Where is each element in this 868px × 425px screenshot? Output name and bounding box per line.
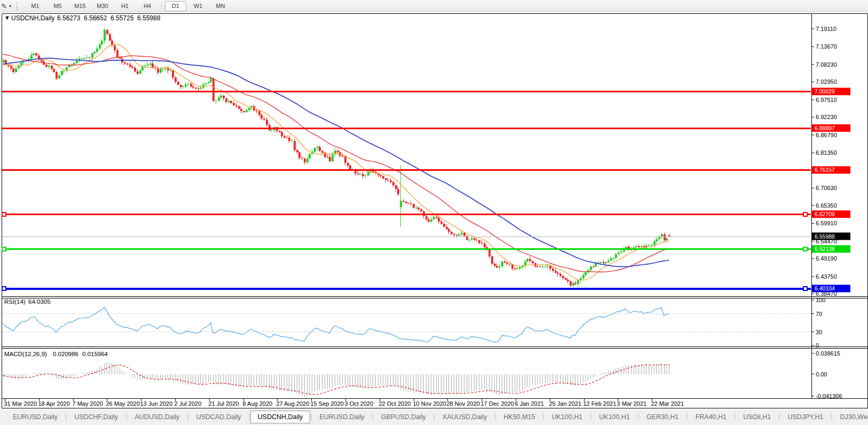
ohlc-low-value: 6.55725	[111, 14, 134, 22]
hline-handle[interactable]	[803, 212, 807, 216]
symbol-tab-eurusd-5[interactable]: EURUSD,Daily	[312, 411, 372, 423]
date-axis-label: 28 Nov 2020	[447, 400, 480, 407]
symbol-tab-hk50-8[interactable]: HK50,M15	[496, 411, 542, 423]
price-axis-tick: 6.70630	[816, 185, 837, 191]
date-axis-label: 31 Mar 2020	[4, 400, 37, 407]
hline-price-label: 6.40104	[815, 285, 835, 292]
symbol-tab-gbpusd-6[interactable]: GBPUSD,Daily	[374, 411, 433, 423]
hline-price-label: 6.88897	[815, 125, 835, 131]
collapse-arrow-icon[interactable]: ▼	[4, 14, 10, 21]
date-axis-label: 2 Jul 2020	[175, 400, 202, 407]
rsi-axis-tick: 70	[816, 311, 822, 317]
hline-handle[interactable]	[803, 247, 807, 251]
rsi-indicator-label: RSI(14)	[4, 298, 26, 305]
date-axis-label: 6 Jan 2021	[515, 400, 544, 407]
symbol-tab-xauusd-7[interactable]: XAUUSD,Daily	[435, 411, 494, 423]
price-axis-tick: 6.65350	[816, 202, 837, 209]
symbol-tab-uk100-10[interactable]: UK100,H1	[591, 411, 637, 423]
price-axis-tick: 6.81350	[816, 149, 837, 156]
date-axis-label: 3 Oct 2020	[345, 400, 374, 407]
hline-price-label: 7.00029	[815, 88, 835, 95]
main-price-panel	[2, 14, 811, 296]
date-axis-label: 8 Aug 2020	[243, 400, 273, 407]
date-axis-label: 21 Jul 2020	[209, 400, 239, 407]
symbol-tabs: EURUSD,Daily|USDCHF,Daily|AUDUSD,Daily|U…	[5, 409, 868, 423]
price-axis-tick: 7.08230	[816, 61, 837, 68]
rsi-indicator-value: 64.0305	[28, 298, 51, 305]
date-axis-label: 10 Nov 2020	[413, 400, 446, 407]
date-axis-label: 13 Jun 2020	[140, 400, 173, 407]
price-axis[interactable]: 7.191107.136707.082307.029506.975106.922…	[811, 14, 868, 399]
macd-signal-line	[3, 365, 669, 395]
date-axis-label: 22 Oct 2020	[379, 400, 411, 407]
ohlc-close-value: 6.55988	[137, 14, 161, 22]
ohlc-open-value: 6.56273	[57, 14, 81, 22]
chart-symbol-label: USDCNH,Daily	[11, 14, 54, 22]
date-axis-label: 27 Aug 2020	[277, 400, 310, 407]
symbol-tab-ger30-11[interactable]: GER30,H1	[639, 411, 686, 423]
macd-indicator-value: 0.020986	[53, 351, 78, 357]
symbol-tab-usdcad-3[interactable]: USDCAD,Daily	[188, 411, 248, 423]
ohlc-high-value: 6.56652	[84, 14, 107, 22]
date-axis-label: 3 Mar 2021	[617, 400, 647, 407]
price-axis-tick: 6.92230	[816, 114, 837, 120]
price-axis-tick: 6.86790	[816, 132, 837, 138]
price-axis-tick: 7.02950	[816, 78, 837, 85]
date-axis[interactable]: 31 Mar 202018 Apr 20207 May 202026 May 2…	[2, 399, 811, 408]
hline-price-label: 6.52138	[815, 246, 835, 252]
date-axis-label: 7 May 2020	[73, 400, 103, 407]
symbol-tab-bar: EURUSD,Daily|USDCHF,Daily|AUDUSD,Daily|U…	[0, 409, 868, 425]
hline-handle[interactable]	[2, 287, 6, 290]
symbol-tab-eurusd-0[interactable]: EURUSD,Daily	[5, 411, 65, 423]
symbol-tab-audusd-2[interactable]: AUDUSD,Daily	[127, 411, 187, 423]
hline-price-label: 6.76157	[815, 167, 835, 173]
rsi-panel	[2, 307, 811, 342]
macd-panel	[3, 363, 669, 396]
chart-svg: 7.191107.136707.082307.029506.975106.922…	[0, 0, 868, 425]
hline-handle[interactable]	[2, 212, 6, 216]
symbol-tab-usdjpy-14[interactable]: USDJPY,H1	[780, 411, 831, 423]
symbol-tab-usdcnh-4[interactable]: USDCNH,Daily	[250, 411, 311, 423]
macd-label-group: MACD(12,26,9) 0.020986 0.015964	[4, 351, 108, 357]
rsi-axis-tick: 30	[816, 329, 822, 335]
price-axis-tick: 6.97510	[816, 97, 837, 103]
price-axis-tick: 7.13670	[816, 43, 837, 50]
price-axis-tick: 6.59910	[816, 220, 837, 226]
date-axis-label: 22 Mar 2021	[651, 400, 684, 407]
price-axis-tick: 7.19110	[816, 26, 837, 32]
macd-axis-tick: 0.00	[816, 371, 827, 377]
hline-handle[interactable]	[803, 287, 807, 290]
symbol-tab-fra40-12[interactable]: FRA40,H1	[688, 411, 734, 423]
macd-axis-tick: 0.038615	[816, 350, 840, 357]
date-axis-label: 12 Feb 2021	[583, 400, 617, 407]
date-axis-label: 17 Dec 2020	[481, 400, 514, 407]
date-axis-label: 25 Jan 2021	[549, 400, 582, 407]
bid-price-label: 6.55988	[815, 233, 835, 240]
rsi-line	[3, 307, 669, 342]
hline-price-label: 6.62709	[815, 211, 835, 217]
macd-indicator-label: MACD(12,26,9)	[4, 351, 47, 357]
macd-axis-tick: -0.041306	[816, 393, 842, 399]
symbol-tab-usdchf-1[interactable]: USDCHF,Daily	[67, 411, 125, 423]
macd-signal-value: 0.015964	[82, 351, 108, 357]
price-axis-tick: 6.49190	[816, 255, 837, 262]
date-axis-label: 18 Apr 2020	[38, 400, 70, 407]
hline-handle[interactable]	[2, 247, 6, 251]
date-axis-label: 15 Sep 2020	[311, 400, 344, 407]
symbol-tab-uk100-9[interactable]: UK100,H1	[544, 411, 590, 423]
macd-histogram	[4, 363, 669, 396]
rsi-label-group: RSI(14) 64.0305	[4, 298, 51, 305]
date-axis-label: 26 May 2020	[106, 400, 140, 407]
symbol-tab-usoil-13[interactable]: USOil,H1	[736, 411, 778, 423]
price-axis-tick: 6.43750	[816, 273, 837, 280]
rsi-axis-tick: 0	[816, 342, 819, 349]
rsi-axis-tick: 100	[816, 297, 825, 303]
symbol-tab-dj30-15[interactable]: DJ30,Weekly	[833, 411, 868, 423]
trading-platform-window: ✎ ▾ M1M5M15M30H1H4D1W1MN 7.191107.136707…	[0, 0, 868, 425]
